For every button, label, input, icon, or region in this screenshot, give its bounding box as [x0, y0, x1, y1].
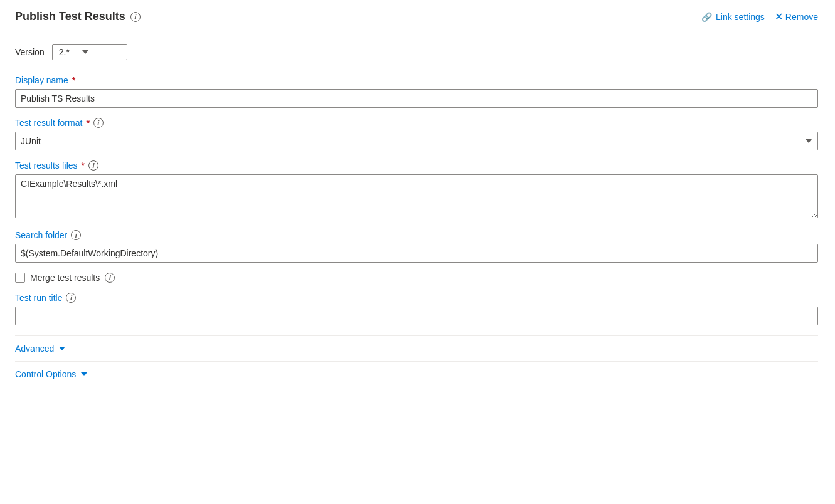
test-result-format-info-icon[interactable]: i — [93, 118, 104, 128]
merge-test-results-label: Merge test results — [30, 273, 100, 283]
title-info-icon[interactable]: i — [130, 12, 141, 22]
control-options-chevron-icon — [81, 372, 87, 376]
test-result-format-required: * — [86, 118, 89, 128]
x-icon: ✕ — [775, 11, 783, 23]
advanced-chevron-icon — [59, 347, 65, 350]
version-chevron-icon — [82, 50, 88, 54]
display-name-input[interactable] — [15, 89, 818, 108]
display-name-required: * — [72, 75, 75, 85]
test-result-format-select[interactable]: JUnit NUnit VSTest xUnit CTest — [15, 132, 818, 150]
test-run-title-label: Test run title — [15, 293, 62, 303]
control-options-section-header[interactable]: Control Options — [15, 361, 818, 387]
merge-test-results-checkbox[interactable] — [15, 273, 25, 283]
test-results-files-required: * — [82, 160, 85, 171]
control-options-label: Control Options — [15, 369, 76, 379]
version-value: 2.* — [59, 47, 70, 57]
advanced-label: Advanced — [15, 344, 54, 354]
test-run-title-input[interactable] — [15, 307, 818, 325]
test-results-files-info-icon[interactable]: i — [88, 160, 98, 171]
merge-test-results-info-icon[interactable]: i — [105, 273, 115, 283]
advanced-section-header[interactable]: Advanced — [15, 335, 818, 361]
search-folder-info-icon[interactable]: i — [71, 230, 81, 240]
search-folder-label: Search folder — [15, 230, 67, 240]
test-result-format-label: Test result format — [15, 118, 82, 128]
search-folder-input[interactable] — [15, 244, 818, 263]
display-name-label: Display name — [15, 75, 68, 85]
test-results-files-label: Test results files — [15, 160, 78, 171]
test-run-title-info-icon[interactable]: i — [66, 293, 76, 303]
test-results-files-textarea[interactable]: CIExample\Results\*.xml — [15, 174, 818, 218]
remove-label: Remove — [785, 12, 818, 22]
version-label: Version — [15, 47, 45, 57]
page-title: Publish Test Results — [15, 10, 125, 23]
remove-button[interactable]: ✕ Remove — [775, 11, 818, 23]
link-settings-label: Link settings — [716, 12, 765, 22]
version-dropdown[interactable]: 2.* — [52, 44, 127, 60]
link-settings-button[interactable]: 🔗 Link settings — [701, 12, 765, 22]
link-icon: 🔗 — [701, 12, 712, 22]
